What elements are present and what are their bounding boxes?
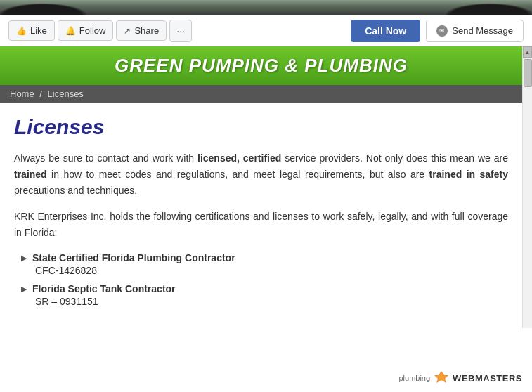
bell-icon: 🔔 xyxy=(65,26,76,36)
action-bar-right: Call Now ✉ Send Message xyxy=(351,20,524,42)
call-now-label: Call Now xyxy=(365,25,406,37)
license-item-1-header: ▶ State Certified Florida Plumbing Contr… xyxy=(21,252,508,263)
license-title-1: State Certified Florida Plumbing Contrac… xyxy=(32,252,235,263)
share-button[interactable]: ↗ Share xyxy=(116,20,167,41)
action-bar: 👍 Like 🔔 Follow ↗ Share ··· Call Now ✉ S… xyxy=(0,15,532,46)
page-wrapper: 👍 Like 🔔 Follow ↗ Share ··· Call Now ✉ S… xyxy=(0,0,532,392)
like-label: Like xyxy=(30,25,47,36)
license-title-2: Florida Septic Tank Contractor xyxy=(32,283,176,294)
more-button[interactable]: ··· xyxy=(169,20,192,42)
share-label: Share xyxy=(134,25,159,36)
watermark: plumbing WEBMASTERS xyxy=(398,370,522,386)
license-number-2[interactable]: SR – 0931151 xyxy=(35,296,508,307)
certifications-paragraph: KRK Enterprises Inc. holds the following… xyxy=(14,209,508,241)
breadcrumb-current: Licenses xyxy=(48,89,84,99)
main-layout: GREEN PUMPING & PLUMBING Home / Licenses… xyxy=(0,46,532,328)
action-bar-left: 👍 Like 🔔 Follow ↗ Share ··· xyxy=(8,20,351,42)
hero-image xyxy=(0,0,532,15)
license-item-2-header: ▶ Florida Septic Tank Contractor xyxy=(21,283,508,294)
plumbing-webmasters-logo-icon xyxy=(433,370,450,386)
list-item: ▶ Florida Septic Tank Contractor SR – 09… xyxy=(21,283,508,307)
bold-trained: trained xyxy=(14,169,47,180)
arrow-icon-1: ▶ xyxy=(21,254,27,263)
breadcrumb: Home / Licenses xyxy=(0,85,522,103)
page-heading: Licenses xyxy=(14,115,508,139)
arrow-icon-2: ▶ xyxy=(21,285,27,294)
send-message-label: Send Message xyxy=(452,25,513,36)
scrollbar-track: ▲ xyxy=(522,46,532,328)
messenger-icon: ✉ xyxy=(436,25,448,37)
call-now-button[interactable]: Call Now xyxy=(351,20,420,42)
site-header: GREEN PUMPING & PLUMBING xyxy=(0,46,522,85)
site-title: GREEN PUMPING & PLUMBING xyxy=(115,55,408,76)
content-area: GREEN PUMPING & PLUMBING Home / Licenses… xyxy=(0,46,522,328)
intro-paragraph: Always be sure to contact and work with … xyxy=(14,150,508,199)
page-content: Licenses Always be sure to contact and w… xyxy=(0,103,522,328)
watermark-plumbing-text: plumbing xyxy=(398,374,430,382)
scrollbar-thumb[interactable] xyxy=(524,59,532,87)
more-label: ··· xyxy=(176,25,185,37)
list-item: ▶ State Certified Florida Plumbing Contr… xyxy=(21,252,508,276)
share-icon: ↗ xyxy=(124,26,131,36)
follow-label: Follow xyxy=(79,25,106,36)
send-message-button[interactable]: ✉ Send Message xyxy=(426,20,524,42)
like-button[interactable]: 👍 Like xyxy=(8,20,55,41)
bold-trained-safety: trained in safety xyxy=(429,169,508,180)
license-list: ▶ State Certified Florida Plumbing Contr… xyxy=(14,252,508,307)
bold-licensed-certified: licensed, certified xyxy=(197,152,281,164)
breadcrumb-home-label: Home xyxy=(10,89,34,99)
follow-button[interactable]: 🔔 Follow xyxy=(58,20,114,41)
thumbs-up-icon: 👍 xyxy=(16,26,27,36)
watermark-webmasters-text: WEBMASTERS xyxy=(453,373,522,384)
breadcrumb-home-link[interactable]: Home xyxy=(10,89,37,99)
license-number-1[interactable]: CFC-1426828 xyxy=(35,265,508,276)
breadcrumb-separator: / xyxy=(39,89,42,99)
scrollbar-up-arrow[interactable]: ▲ xyxy=(523,46,532,58)
